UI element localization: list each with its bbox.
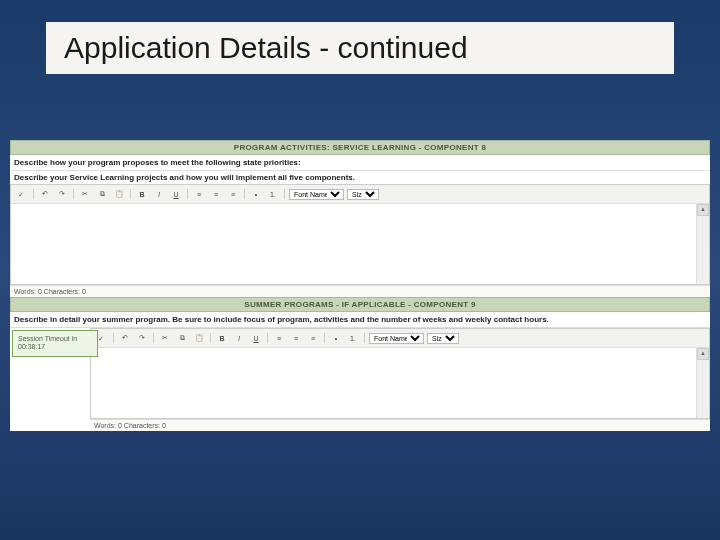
undo-icon[interactable]: ↶	[118, 331, 132, 345]
toolbar-separator	[73, 189, 74, 199]
paste-icon[interactable]: 📋	[112, 187, 126, 201]
editor2-toolbar: ✓ ↶ ↷ ✂ ⧉ 📋 B I U ≡ ≡ ≡	[91, 329, 709, 348]
section1-subprompt: Describe your Service Learning projects …	[10, 171, 710, 184]
font-size-select[interactable]: Size	[427, 333, 459, 344]
align-right-icon[interactable]: ≡	[306, 331, 320, 345]
toolbar-separator	[364, 333, 365, 343]
scroll-up-icon[interactable]: ▲	[697, 348, 709, 360]
spellcheck-icon[interactable]: ✓	[15, 187, 29, 201]
toolbar-separator	[210, 333, 211, 343]
cut-icon[interactable]: ✂	[158, 331, 172, 345]
undo-icon[interactable]: ↶	[38, 187, 52, 201]
copy-icon[interactable]: ⧉	[95, 187, 109, 201]
editor1-toolbar: ✓ ↶ ↷ ✂ ⧉ 📋 B I U ≡ ≡ ≡ • 1. Font	[11, 185, 709, 204]
align-right-icon[interactable]: ≡	[226, 187, 240, 201]
toolbar-separator	[284, 189, 285, 199]
slide: Application Details - continued PROGRAM …	[0, 0, 720, 540]
editor1-textarea[interactable]: ▲	[11, 204, 709, 284]
font-size-select[interactable]: Size	[347, 189, 379, 200]
editor2-container: ✓ ↶ ↷ ✂ ⧉ 📋 B I U ≡ ≡ ≡	[90, 328, 710, 419]
editor1-status: Words: 0 Characters: 0	[10, 285, 710, 297]
align-center-icon[interactable]: ≡	[289, 331, 303, 345]
bold-icon[interactable]: B	[135, 187, 149, 201]
redo-icon[interactable]: ↷	[55, 187, 69, 201]
toolbar-separator	[324, 333, 325, 343]
align-center-icon[interactable]: ≡	[209, 187, 223, 201]
font-name-select[interactable]: Font Name	[369, 333, 424, 344]
section2-block: ✓ ↶ ↷ ✂ ⧉ 📋 B I U ≡ ≡ ≡	[90, 328, 710, 431]
form-area: PROGRAM ACTIVITIES: SERVICE LEARNING - C…	[10, 140, 710, 431]
font-name-select[interactable]: Font Name	[289, 189, 344, 200]
redo-icon[interactable]: ↷	[135, 331, 149, 345]
align-left-icon[interactable]: ≡	[272, 331, 286, 345]
section1-prompt: Describe how your program proposes to me…	[10, 155, 710, 171]
editor2-textarea[interactable]: ▲	[91, 348, 709, 418]
session-timeout-label: Session Timeout in	[18, 335, 92, 343]
toolbar-separator	[267, 333, 268, 343]
scroll-up-icon[interactable]: ▲	[697, 204, 709, 216]
session-timeout-box: Session Timeout in 00:38:17	[12, 330, 98, 357]
number-list-icon[interactable]: 1.	[266, 187, 280, 201]
underline-icon[interactable]: U	[249, 331, 263, 345]
svg-text:✓: ✓	[98, 335, 104, 342]
title-bar: Application Details - continued	[46, 22, 674, 74]
number-list-icon[interactable]: 1.	[346, 331, 360, 345]
toolbar-separator	[113, 333, 114, 343]
copy-icon[interactable]: ⧉	[175, 331, 189, 345]
editor1-scrollbar[interactable]: ▲	[696, 204, 709, 284]
toolbar-separator	[130, 189, 131, 199]
editor1-container: ✓ ↶ ↷ ✂ ⧉ 📋 B I U ≡ ≡ ≡ • 1. Font	[10, 184, 710, 285]
session-timeout-value: 00:38:17	[18, 343, 92, 351]
editor2-status: Words: 0 Characters: 0	[90, 419, 710, 431]
toolbar-separator	[187, 189, 188, 199]
toolbar-separator	[33, 189, 34, 199]
cut-icon[interactable]: ✂	[78, 187, 92, 201]
editor2-scrollbar[interactable]: ▲	[696, 348, 709, 418]
italic-icon[interactable]: I	[152, 187, 166, 201]
paste-icon[interactable]: 📋	[192, 331, 206, 345]
section-header-8: PROGRAM ACTIVITIES: SERVICE LEARNING - C…	[10, 140, 710, 155]
bullet-list-icon[interactable]: •	[329, 331, 343, 345]
section2-prompt: Describe in detail your summer program. …	[10, 312, 710, 328]
italic-icon[interactable]: I	[232, 331, 246, 345]
bullet-list-icon[interactable]: •	[249, 187, 263, 201]
page-title: Application Details - continued	[64, 31, 468, 65]
svg-text:✓: ✓	[18, 191, 24, 198]
align-left-icon[interactable]: ≡	[192, 187, 206, 201]
section-header-9: SUMMER PROGRAMS - IF APPLICABLE - COMPON…	[10, 297, 710, 312]
bold-icon[interactable]: B	[215, 331, 229, 345]
toolbar-separator	[244, 189, 245, 199]
underline-icon[interactable]: U	[169, 187, 183, 201]
toolbar-separator	[153, 333, 154, 343]
